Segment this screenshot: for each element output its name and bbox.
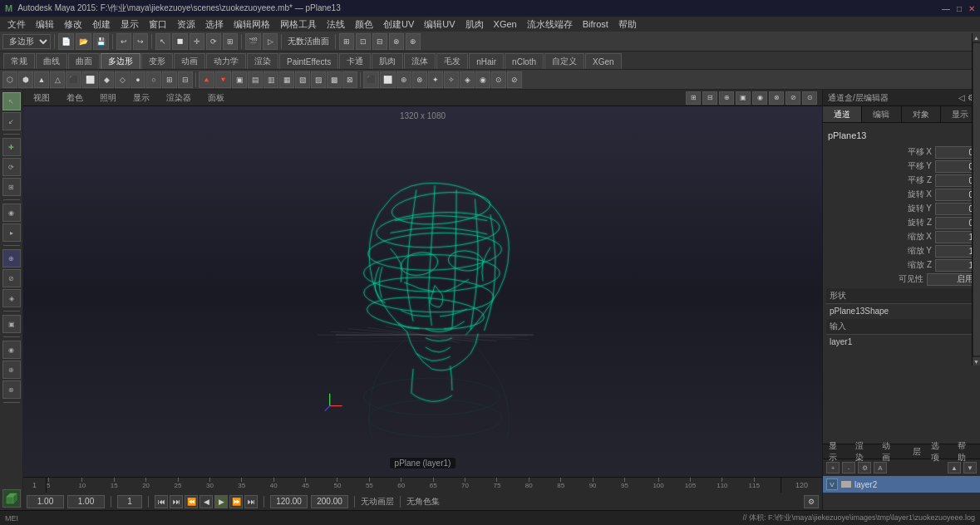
vp-btn8[interactable]: ⊙ (802, 91, 817, 105)
tab-normal[interactable]: 常规 (3, 53, 35, 69)
delete-layer-button[interactable]: - (842, 462, 855, 473)
poly-tool-2[interactable]: ⬜ (380, 71, 396, 88)
move-tool-btn[interactable]: ✛ (2, 138, 21, 156)
attr-tx-value[interactable] (935, 146, 977, 159)
layer-settings-btn[interactable]: ⚙ (858, 462, 871, 473)
mesh-tool-7[interactable]: ▧ (295, 71, 310, 88)
new-layer-button[interactable]: + (826, 462, 840, 473)
select-tool-btn[interactable]: ↖ (2, 92, 21, 110)
new-file-button[interactable]: 📄 (58, 33, 74, 50)
attr-sz-value[interactable] (935, 259, 977, 272)
mesh-tool-1[interactable]: 🔺 (199, 71, 214, 88)
attr-ty-value[interactable] (935, 160, 977, 173)
vp-btn6[interactable]: ⊗ (769, 91, 784, 105)
tab-nhair[interactable]: nHair (469, 53, 504, 69)
universal-btn[interactable]: ◉ (2, 204, 21, 222)
poly-tool-9[interactable]: ⊙ (491, 71, 506, 88)
next-key-button[interactable]: ⏩ (229, 495, 243, 508)
poly-tool-7[interactable]: ◈ (460, 71, 475, 88)
menu-item-颜色[interactable]: 颜色 (351, 17, 377, 32)
undo-button[interactable]: ↩ (116, 33, 131, 50)
polygon-dropdown[interactable]: 多边形 (2, 34, 51, 49)
scale-tool-btn[interactable]: ⊞ (2, 178, 21, 196)
vp-btn4[interactable]: ▣ (736, 91, 751, 105)
move-button[interactable]: ✛ (190, 33, 204, 50)
preferences-button[interactable]: ⚙ (804, 495, 819, 508)
tab-object[interactable]: 对象 (902, 106, 941, 122)
layer2-row[interactable]: V layer2 (823, 476, 980, 493)
menu-item-流水线端存[interactable]: 流水线端存 (523, 17, 577, 32)
menu-item-修改[interactable]: 修改 (60, 17, 86, 32)
input-btn4[interactable]: ⊗ (389, 33, 404, 50)
input-btn2[interactable]: ⊡ (356, 33, 371, 50)
tab-channel[interactable]: 通道 (823, 106, 862, 122)
tab-dynamics[interactable]: 动力学 (206, 53, 246, 69)
icon-tool-3[interactable]: ▲ (34, 71, 49, 88)
layer-display-tab[interactable]: 显示 (826, 440, 848, 464)
tab-surfaces[interactable]: 曲面 (68, 53, 100, 69)
layer-anim-tab[interactable]: 动画 (879, 440, 901, 464)
range-start-field[interactable] (27, 495, 64, 508)
vp-btn7[interactable]: ⊘ (785, 91, 800, 105)
step-back-button[interactable]: ⏭ (170, 495, 183, 508)
tab-xgen[interactable]: XGen (585, 53, 622, 69)
menu-item-网格工具[interactable]: 网格工具 (276, 17, 321, 32)
vp-tab-view[interactable]: 视图 (28, 91, 55, 105)
tab-paintfx[interactable]: PaintEffects (279, 53, 338, 69)
icon-tool-9[interactable]: ● (131, 71, 145, 88)
tab-fluid[interactable]: 流体 (404, 53, 436, 69)
prev-frame-button[interactable]: ⏪ (185, 495, 198, 508)
layer-attr-btn[interactable]: A (874, 462, 887, 473)
menu-item-文件[interactable]: 文件 (3, 17, 30, 32)
menu-item-创建UV[interactable]: 创建UV (379, 17, 418, 32)
layer-options-tab[interactable]: 选项 (928, 440, 950, 464)
menu-item-创建[interactable]: 创建 (88, 17, 115, 32)
layer-scroll-up[interactable]: ▲ (948, 462, 961, 473)
icon-tool-5[interactable]: ⬛ (66, 71, 81, 88)
vp-btn2[interactable]: ⊟ (702, 91, 717, 105)
icon-tool-2[interactable]: ⬢ (18, 71, 33, 88)
icon-tool-4[interactable]: △ (50, 71, 65, 88)
attr-tz-value[interactable] (935, 174, 977, 187)
ipr-button[interactable]: ▷ (263, 33, 278, 50)
scroll-down-arrow[interactable]: ▼ (973, 357, 981, 366)
paint-skin-btn[interactable]: ⊕ (2, 249, 21, 267)
attr-sy-value[interactable] (935, 245, 977, 258)
snap-curve-btn[interactable]: ⊗ (2, 380, 21, 399)
menu-item-显示[interactable]: 显示 (116, 17, 143, 32)
vp-tab-renderer[interactable]: 渲染器 (161, 91, 196, 105)
layer-render-tab[interactable]: 渲染 (853, 440, 874, 464)
menu-item-编辑UV[interactable]: 编辑UV (420, 17, 459, 32)
menu-item-肌肉[interactable]: 肌肉 (461, 17, 488, 32)
input-btn1[interactable]: ⊞ (339, 33, 354, 50)
show-manip-btn[interactable]: ▣ (2, 315, 21, 333)
icon-tool-10[interactable]: ○ (146, 71, 161, 88)
prev-key-button[interactable]: ◀ (199, 495, 213, 508)
vp-btn3[interactable]: ⊕ (719, 91, 734, 105)
menu-item-XGen[interactable]: XGen (490, 18, 521, 30)
icon-tool-1[interactable]: ⬡ (2, 71, 17, 88)
maximize-button[interactable]: □ (957, 4, 962, 13)
poly-tool-8[interactable]: ◉ (475, 71, 490, 88)
attr-rz-value[interactable] (935, 217, 977, 229)
vp-btn1[interactable]: ⊞ (686, 91, 701, 105)
vp-tab-panel[interactable]: 面板 (203, 91, 229, 105)
playback-start[interactable] (270, 495, 308, 508)
current-frame-field[interactable] (117, 495, 142, 508)
sculpt-btn[interactable]: ◈ (2, 289, 21, 307)
right-scrollbar[interactable]: ▲ ▼ (972, 90, 980, 366)
view-cube-btn[interactable] (2, 489, 21, 508)
layer2-visibility-btn[interactable]: V (826, 478, 838, 490)
tab-curves[interactable]: 曲线 (36, 53, 67, 69)
attr-rx-value[interactable] (935, 189, 977, 201)
layer-scroll-dn[interactable]: ▼ (963, 462, 977, 473)
scroll-thumb[interactable] (973, 90, 980, 356)
icon-tool-6[interactable]: ⬜ (82, 71, 98, 88)
play-forward-button[interactable]: ▶ (214, 495, 228, 508)
poly-tool-5[interactable]: ✦ (428, 71, 443, 88)
menu-item-Bifrost[interactable]: Bifrost (579, 18, 613, 30)
mesh-tool-2[interactable]: 🔻 (215, 71, 231, 88)
mesh-tool-6[interactable]: ▦ (279, 71, 294, 88)
tab-render[interactable]: 渲染 (247, 53, 278, 69)
tab-muscle[interactable]: 肌肉 (372, 53, 403, 69)
